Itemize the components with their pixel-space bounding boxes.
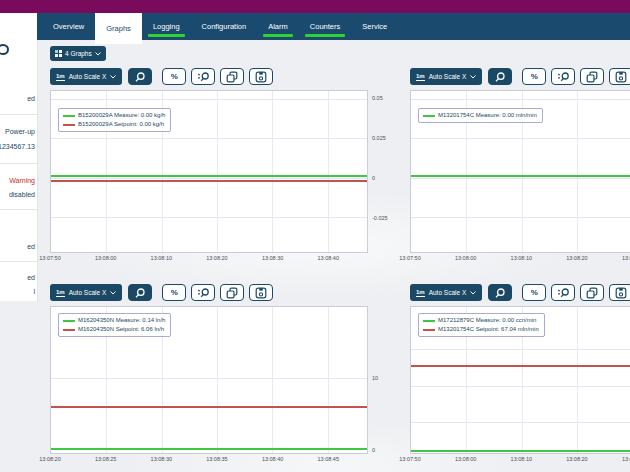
x-axis-tick-label: 13:08:10 (151, 255, 172, 261)
percent-label: % (531, 72, 538, 81)
zoom-button[interactable] (128, 284, 152, 301)
magnifier-icon (494, 287, 506, 299)
plot-wrapper: M16204350N Measure: 0.14 ln/hM16204350N … (50, 306, 368, 454)
sidebar-clipped-panel: ed Power-up er: 1234567.13 Warning disab… (0, 13, 38, 301)
graph-count-dropdown[interactable]: 4 Graphs (50, 46, 106, 61)
x-axis: 13:07:5013:08:0013:08:1013:08:2013:08:30… (410, 255, 630, 266)
legend-swatch-icon (423, 320, 435, 322)
sidebar-divider (0, 261, 37, 262)
plot-wrapper: B15200029A Measure: 0.00 kg/hB15200029A … (50, 90, 368, 253)
horizontal-gridline (51, 99, 367, 100)
sidebar-divider (0, 163, 37, 164)
x-axis-tick-label: 13:08:10 (511, 456, 532, 462)
copy-button[interactable] (220, 284, 244, 301)
x-axis-tick-label: 13:08:00 (455, 456, 476, 462)
x-axis-tick-label: 13:08:20 (566, 456, 587, 462)
grid-layout-icon (55, 50, 62, 57)
zoom-button[interactable] (128, 68, 152, 85)
percent-scale-button[interactable]: % (162, 68, 186, 85)
auto-scale-dropdown[interactable]: 1m Auto Scale X (50, 68, 122, 85)
copy-button[interactable] (580, 68, 604, 85)
legend-entry: B15200029A Measure: 0.00 kg/h (63, 111, 165, 120)
copy-button[interactable] (580, 284, 604, 301)
zoom-selection-button[interactable] (551, 68, 575, 85)
percent-scale-button[interactable]: % (522, 284, 546, 301)
interval-icon: 1m (56, 289, 65, 297)
x-axis-tick-label: 13:08:40 (262, 456, 283, 462)
auto-scale-label: Auto Scale X (429, 73, 467, 80)
legend-label: M13201754C Measure: 0.00 mln/min (438, 111, 537, 120)
x-axis: 13:07:5013:08:0013:08:1013:08:2013:08:30… (410, 456, 630, 467)
legend-entry: M17212879C Measure: 0.00 ccn/min (423, 316, 539, 325)
sidebar-counter-text: er: 1234567.13 (0, 143, 35, 150)
legend-box: M13201754C Measure: 0.00 mln/min (418, 108, 543, 123)
legend-label: M17212879C Measure: 0.00 ccn/min (438, 316, 536, 325)
tab-counters[interactable]: Counters (299, 13, 351, 40)
x-axis-tick-label: 13:08:00 (455, 255, 476, 261)
x-axis-tick-label: 13:07:50 (39, 255, 60, 261)
save-icon (615, 287, 627, 299)
legend-entry: B15200029A Setpoint: 0.00 kg/h (63, 120, 165, 129)
zoom-button[interactable] (488, 68, 512, 85)
tab-configuration[interactable]: Configuration (191, 13, 258, 40)
copy-icon (226, 71, 238, 83)
copy-button[interactable] (220, 68, 244, 85)
series-line-setpoint (51, 406, 367, 408)
percent-label: % (171, 288, 178, 297)
horizontal-gridline (51, 138, 367, 139)
save-image-button[interactable] (609, 68, 630, 85)
series-line-measure (51, 175, 367, 177)
x-axis-tick-label: 13:08:30 (262, 255, 283, 261)
y-axis: 0.050.0250-0.025 (368, 90, 394, 253)
series-line-measure (411, 175, 630, 177)
percent-scale-button[interactable]: % (522, 68, 546, 85)
vertical-gridline (217, 307, 218, 453)
legend-label: B15200029A Setpoint: 0.00 kg/h (78, 120, 164, 129)
legend-entry: M13201754C Setpoint: 67.04 mln/min (423, 325, 539, 334)
vertical-gridline (217, 91, 218, 252)
zoom-selection-button[interactable] (191, 284, 215, 301)
x-axis-tick-label: 13:07:50 (399, 255, 420, 261)
zoom-selection-button[interactable] (191, 68, 215, 85)
y-axis-tick-label: 0.05 (372, 95, 383, 101)
auto-scale-dropdown[interactable]: 1m Auto Scale X (410, 284, 482, 301)
save-image-button[interactable] (249, 68, 273, 85)
vertical-gridline (272, 307, 273, 453)
tab-overview[interactable]: Overview (42, 13, 95, 40)
series-line-setpoint (51, 180, 367, 182)
magnifier-dots-icon (557, 71, 570, 83)
save-image-button[interactable] (609, 284, 630, 301)
zoom-button[interactable] (488, 284, 512, 301)
save-image-button[interactable] (249, 284, 273, 301)
zoom-selection-button[interactable] (551, 284, 575, 301)
legend-entry: M16204350N Setpoint: 6.06 ln/h (63, 325, 165, 334)
magnifier-icon (134, 71, 146, 83)
horizontal-gridline (51, 217, 367, 218)
x-axis-tick-label: 13:08:30 (622, 255, 630, 261)
tab-alarm[interactable]: Alarm (257, 13, 299, 40)
tab-service[interactable]: Service (351, 13, 398, 40)
vertical-gridline (272, 91, 273, 252)
legend-swatch-icon (423, 115, 435, 117)
x-axis: 13:07:5013:08:0013:08:1013:08:2013:08:30… (50, 255, 368, 266)
x-axis: 13:08:2013:08:2513:08:3013:08:3513:08:40… (50, 456, 368, 467)
legend-label: B15200029A Measure: 0.00 kg/h (78, 111, 165, 120)
plot-wrapper: M13201754C Measure: 0.00 mln/min (410, 90, 630, 253)
interval-icon: 1m (416, 289, 425, 297)
horizontal-gridline (51, 178, 367, 179)
x-axis-tick-label: 13:08:20 (206, 255, 227, 261)
auto-scale-label: Auto Scale X (69, 73, 107, 80)
tab-graphs[interactable]: Graphs (95, 13, 142, 44)
auto-scale-dropdown[interactable]: 1m Auto Scale X (50, 284, 122, 301)
graph-panel-bottom-left: 1m Auto Scale X % (50, 284, 368, 467)
auto-scale-dropdown[interactable]: 1m Auto Scale X (410, 68, 482, 85)
horizontal-gridline (411, 349, 630, 350)
magnifier-icon (494, 71, 506, 83)
legend-swatch-icon (63, 329, 75, 331)
auto-scale-label: Auto Scale X (429, 289, 467, 296)
graph-toolbar: 1m Auto Scale X % (50, 284, 368, 301)
percent-scale-button[interactable]: % (162, 284, 186, 301)
x-axis-tick-label: 13:08:30 (622, 456, 630, 462)
graph-panel-top-right: 1m Auto Scale X % (410, 68, 630, 266)
tab-logging[interactable]: Logging (142, 13, 191, 40)
